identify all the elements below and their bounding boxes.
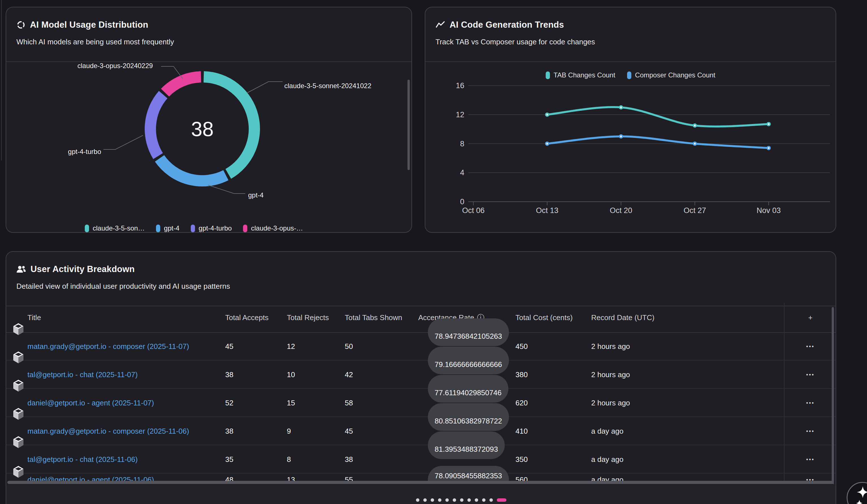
- cell-total-accepts: 38: [225, 417, 233, 445]
- cube-icon: [13, 436, 24, 448]
- data-point[interactable]: [619, 105, 623, 110]
- data-point[interactable]: [619, 134, 623, 138]
- trending-line-icon: [436, 21, 445, 29]
- acceptance-rate-badge: 81.3953488372093: [428, 431, 505, 459]
- y-tick-4: 4: [460, 168, 464, 177]
- cell-record-date: a day ago: [591, 417, 623, 445]
- users-icon: [17, 265, 26, 274]
- cell-record-date: 2 hours ago: [591, 361, 630, 388]
- cell-record-date: 2 hours ago: [591, 332, 630, 360]
- column-header-accepts: Total Accepts: [225, 303, 268, 332]
- cell-total-tabs-shown: 38: [345, 445, 353, 473]
- row-title-link[interactable]: daniel@getport.io - agent (2025-11-07): [28, 389, 154, 416]
- cell-total-rejects: 8: [287, 445, 291, 473]
- pagination-dot[interactable]: [490, 498, 493, 502]
- user-activity-card: User Activity Breakdown Detailed view of…: [6, 251, 836, 504]
- cell-total-cost: 350: [515, 445, 528, 473]
- pagination-dot[interactable]: [416, 498, 419, 502]
- ai-assistant-button[interactable]: [847, 482, 867, 504]
- donut-center-value: 38: [174, 116, 231, 143]
- row-title-link[interactable]: tal@getport.io - chat (2025-11-06): [28, 445, 138, 473]
- row-actions-button[interactable]: •••: [784, 361, 837, 388]
- table-row: tal@getport.io - chat (2025-11-07)381042…: [6, 361, 836, 389]
- model-usage-title: AI Model Usage Distribution: [17, 20, 148, 30]
- cube-icon: [13, 323, 24, 335]
- column-header-cost: Total Cost (cents): [515, 303, 572, 332]
- row-actions-button[interactable]: •••: [784, 332, 837, 360]
- code-trends-subtitle: Track TAB vs Composer usage for code cha…: [436, 37, 595, 46]
- cube-icon: [13, 380, 24, 392]
- donut-chart-icon: [17, 20, 25, 29]
- data-point[interactable]: [767, 122, 771, 126]
- pagination-dot[interactable]: [468, 498, 471, 502]
- acceptance-rate-badge: 80.85106382978722: [428, 403, 509, 431]
- donut-legend-item-3-swatch: [243, 225, 247, 232]
- cell-total-accepts: 45: [225, 332, 233, 360]
- model-usage-title-text: AI Model Usage Distribution: [30, 20, 148, 30]
- model-usage-subtitle: Which AI models are being used most freq…: [17, 37, 174, 46]
- donut-legend-item-3-label: claude-3-opus-…: [251, 224, 303, 232]
- cell-total-cost: 450: [515, 332, 528, 360]
- cube-icon: [13, 408, 24, 420]
- donut-legend-item-2-label: gpt-4-turbo: [199, 224, 232, 232]
- donut-legend-item-1-swatch: [156, 225, 160, 232]
- y-tick-0: 0: [460, 197, 464, 206]
- table-row: matan.grady@getport.io - composer (2025-…: [6, 332, 836, 361]
- pagination-dot[interactable]: [475, 498, 478, 502]
- cell-total-rejects: 10: [287, 361, 295, 388]
- donut-chart: 38 claude-3-opus-20240229 claude-3-5-son…: [6, 61, 411, 217]
- line-tab-changes-count: [547, 107, 769, 127]
- cell-record-date: a day ago: [591, 445, 623, 473]
- cell-total-cost: 380: [515, 361, 528, 388]
- pagination-dot[interactable]: [431, 498, 434, 502]
- row-actions-button[interactable]: •••: [784, 417, 837, 445]
- cell-total-rejects: 15: [287, 389, 295, 416]
- pagination-dot-active[interactable]: [497, 498, 506, 502]
- data-point[interactable]: [767, 146, 771, 150]
- table-footer: [6, 484, 836, 504]
- user-activity-subtitle: Detailed view of individual user product…: [17, 282, 230, 291]
- donut-segment-claude-3-opus-20240229[interactable]: [165, 77, 201, 93]
- donut-segment-gpt-4[interactable]: [160, 159, 226, 181]
- user-activity-title-text: User Activity Breakdown: [31, 264, 135, 274]
- data-point[interactable]: [545, 112, 549, 117]
- cell-total-tabs-shown: 45: [345, 417, 353, 445]
- donut-card-scrollbar[interactable]: [407, 80, 410, 170]
- acceptance-rate-badge: 77.61194029850746: [428, 375, 509, 403]
- row-actions-button[interactable]: •••: [784, 389, 837, 416]
- row-actions-button[interactable]: •••: [784, 445, 837, 473]
- table-header-row: TitleTotal AcceptsTotal RejectsTotal Tab…: [6, 303, 836, 332]
- cell-total-rejects: 9: [287, 417, 291, 445]
- pagination-dot[interactable]: [438, 498, 441, 502]
- donut-legend-item-3: claude-3-opus-…: [243, 224, 303, 232]
- donut-label-gpt-4: gpt-4: [248, 191, 264, 199]
- acceptance-rate-badge: 78.94736842105263: [428, 318, 509, 346]
- sparkle-icon: [847, 483, 867, 504]
- row-title-link[interactable]: tal@getport.io - chat (2025-11-07): [28, 361, 138, 388]
- pagination-dot[interactable]: [445, 498, 449, 502]
- table-vertical-scrollbar[interactable]: [832, 307, 834, 504]
- cell-total-cost: 410: [515, 417, 528, 445]
- pagination-dot[interactable]: [423, 498, 427, 502]
- table-row: tal@getport.io - chat (2025-11-06)358388…: [6, 445, 836, 473]
- data-point[interactable]: [693, 124, 697, 128]
- table-horizontal-scrollbar[interactable]: [7, 481, 833, 484]
- donut-segment-gpt-4-turbo[interactable]: [150, 95, 163, 156]
- pagination-dot[interactable]: [460, 498, 463, 502]
- pagination-dot[interactable]: [482, 498, 485, 502]
- x-tick-Oct-20: Oct 20: [610, 206, 632, 215]
- row-title-link[interactable]: matan.grady@getport.io - composer (2025-…: [28, 417, 189, 445]
- acceptance-rate-badge: 79.16666666666666: [428, 347, 509, 374]
- user-activity-title: User Activity Breakdown: [17, 264, 135, 274]
- column-header-tabs: Total Tabs Shown: [345, 303, 402, 332]
- row-title-link[interactable]: matan.grady@getport.io - composer (2025-…: [28, 332, 189, 360]
- pagination-dot[interactable]: [453, 498, 456, 502]
- data-point[interactable]: [545, 141, 549, 146]
- add-column-button[interactable]: +: [784, 303, 837, 332]
- donut-legend-item-2: gpt-4-turbo: [191, 224, 232, 232]
- donut-label-gpt-4-turbo: gpt-4-turbo: [33, 148, 101, 156]
- cell-total-tabs-shown: 42: [345, 361, 353, 388]
- divider: [425, 61, 836, 62]
- data-point[interactable]: [693, 141, 697, 146]
- donut-legend-item-0-label: claude-3-5-son…: [93, 224, 145, 232]
